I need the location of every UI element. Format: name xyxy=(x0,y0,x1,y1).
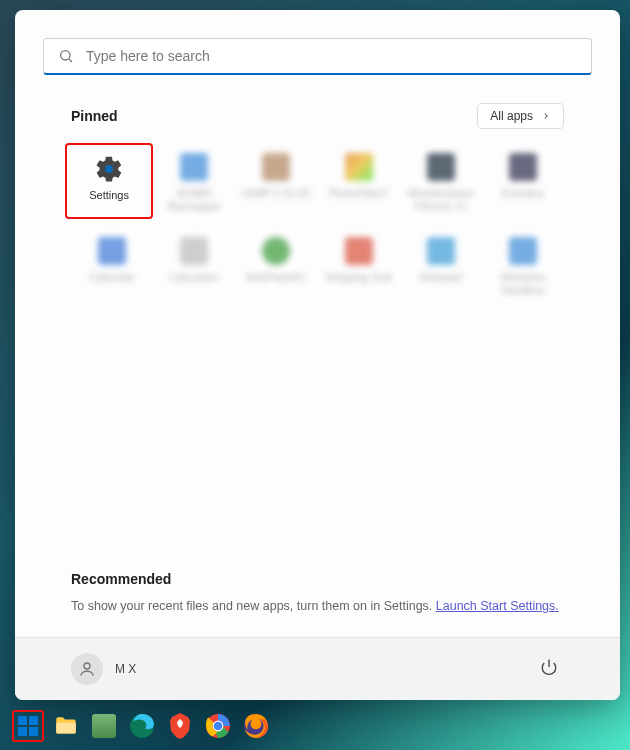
pinned-section: Pinned All apps Settings AOMEI Backupper… xyxy=(15,75,620,303)
app-icon xyxy=(343,235,375,267)
app-icon xyxy=(507,235,539,267)
all-apps-button[interactable]: All apps xyxy=(477,103,564,129)
app-tile[interactable]: Snipping Tool xyxy=(317,227,399,303)
folder-icon xyxy=(53,713,79,739)
app-tile-settings[interactable]: Settings xyxy=(65,143,153,219)
app-label: GIMP 2.10.32 xyxy=(243,187,311,200)
svg-point-2 xyxy=(105,165,113,173)
app-icon xyxy=(92,714,116,738)
recommended-title: Recommended xyxy=(71,571,564,587)
app-tile[interactable]: Calculator xyxy=(153,227,235,303)
power-icon xyxy=(540,658,558,676)
pinned-header: Pinned All apps xyxy=(71,103,564,129)
chevron-right-icon xyxy=(541,111,551,121)
app-tile[interactable]: GIMP 2.10.32 xyxy=(235,143,317,219)
svg-rect-8 xyxy=(29,727,38,736)
user-name: M X xyxy=(115,662,136,676)
svg-rect-5 xyxy=(18,716,27,725)
app-icon xyxy=(260,151,292,183)
recommended-body: To show your recent files and new apps, … xyxy=(71,599,436,613)
windows-icon xyxy=(16,714,40,738)
search-input[interactable] xyxy=(86,48,577,64)
pinned-grid: Settings AOMEI Backupper GIMP 2.10.32 Ph… xyxy=(71,143,564,303)
search-icon xyxy=(58,48,74,64)
app-icon xyxy=(507,151,539,183)
taskbar-start[interactable] xyxy=(12,710,44,742)
svg-line-1 xyxy=(69,59,72,62)
avatar xyxy=(71,653,103,685)
firefox-icon xyxy=(243,713,269,739)
app-icon xyxy=(343,151,375,183)
app-icon xyxy=(178,235,210,267)
app-tile[interactable]: KeePassXC xyxy=(235,227,317,303)
taskbar-brave[interactable] xyxy=(164,710,196,742)
app-label: Wondershare Filmora 11 xyxy=(400,187,482,213)
app-icon xyxy=(178,151,210,183)
taskbar-chrome[interactable] xyxy=(202,710,234,742)
taskbar-edge[interactable] xyxy=(126,710,158,742)
pinned-title: Pinned xyxy=(71,108,118,124)
user-profile[interactable]: M X xyxy=(71,653,136,685)
launch-start-settings-link[interactable]: Launch Start Settings. xyxy=(436,599,559,613)
svg-point-3 xyxy=(84,663,90,669)
app-label: Everdics xyxy=(502,187,544,200)
svg-rect-6 xyxy=(29,716,38,725)
person-icon xyxy=(78,660,96,678)
app-icon xyxy=(260,235,292,267)
app-tile[interactable]: AOMEI Backupper xyxy=(153,143,235,219)
app-label: PhotoFiltre7 xyxy=(329,187,388,200)
svg-rect-9 xyxy=(56,723,76,734)
app-label: Snipping Tool xyxy=(326,271,392,284)
app-tile[interactable]: Windows Sandbox xyxy=(482,227,564,303)
app-tile[interactable]: Everdics xyxy=(482,143,564,219)
chrome-icon xyxy=(205,713,231,739)
spacer xyxy=(15,303,620,571)
app-icon xyxy=(425,151,457,183)
brave-icon xyxy=(168,713,192,739)
app-label: Notepad xyxy=(420,271,462,284)
svg-rect-7 xyxy=(18,727,27,736)
recommended-text: To show your recent files and new apps, … xyxy=(71,599,564,613)
app-label: Calculator xyxy=(169,271,219,284)
app-label: AOMEI Backupper xyxy=(153,187,235,213)
edge-icon xyxy=(129,713,155,739)
app-label: Windows Sandbox xyxy=(482,271,564,297)
search-wrap xyxy=(15,10,620,75)
app-label: KeePassXC xyxy=(247,271,306,284)
taskbar xyxy=(0,702,630,750)
app-label: Settings xyxy=(89,189,129,202)
gear-icon xyxy=(93,153,125,185)
app-tile[interactable]: Wondershare Filmora 11 xyxy=(400,143,482,219)
app-tile[interactable]: Notepad xyxy=(400,227,482,303)
power-button[interactable] xyxy=(534,652,564,686)
app-tile[interactable]: PhotoFiltre7 xyxy=(317,143,399,219)
start-menu-panel: Pinned All apps Settings AOMEI Backupper… xyxy=(15,10,620,700)
taskbar-firefox[interactable] xyxy=(240,710,272,742)
all-apps-label: All apps xyxy=(490,109,533,123)
app-label: Calendar xyxy=(90,271,135,284)
svg-point-0 xyxy=(61,51,70,60)
recommended-section: Recommended To show your recent files an… xyxy=(15,571,620,637)
svg-point-13 xyxy=(214,722,223,731)
taskbar-explorer[interactable] xyxy=(50,710,82,742)
app-icon xyxy=(425,235,457,267)
start-footer: M X xyxy=(15,637,620,700)
app-tile[interactable]: Calendar xyxy=(71,227,153,303)
search-box[interactable] xyxy=(43,38,592,75)
taskbar-app[interactable] xyxy=(88,710,120,742)
app-icon xyxy=(96,235,128,267)
